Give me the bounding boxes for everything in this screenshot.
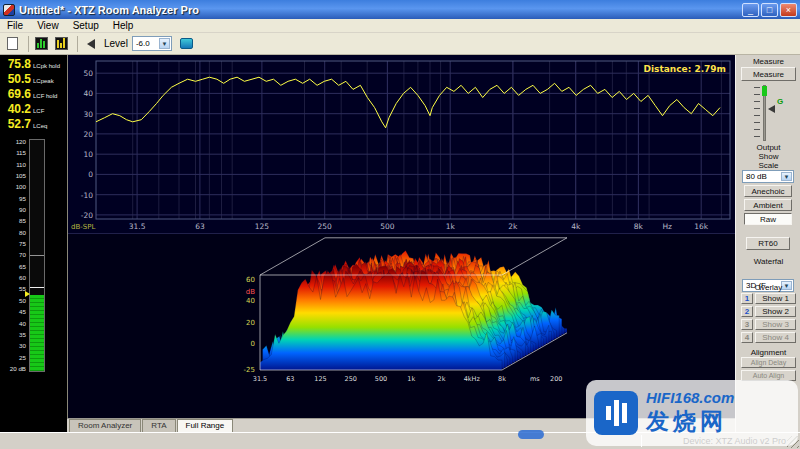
svg-text:250: 250: [345, 375, 357, 383]
level-select[interactable]: -6.0 ▼: [132, 36, 172, 51]
gain-letter: G: [777, 97, 783, 106]
scale-tick-label: 85: [4, 218, 26, 224]
overlay-show-button-4[interactable]: Show 4: [755, 332, 796, 343]
svg-text:4kHz: 4kHz: [464, 375, 481, 383]
level-meter: 1201151101051009590858075706560555045403…: [4, 139, 64, 372]
slider-handle-icon[interactable]: [768, 105, 775, 113]
watermark-text: HIFI168.com 发烧网: [646, 389, 734, 437]
svg-text:dB-SPL: dB-SPL: [71, 223, 95, 231]
reading-label: LCF: [33, 108, 44, 114]
slider-ticks: [754, 87, 760, 139]
reading-value: 40.2: [1, 102, 31, 116]
reading-value: 69.6: [1, 87, 31, 101]
level-value: -6.0: [136, 39, 150, 48]
overlay-num-button-3[interactable]: 3: [741, 319, 753, 330]
minimize-button[interactable]: _: [742, 3, 759, 17]
toolbar-separator: [28, 36, 29, 52]
scale-select[interactable]: 80 dB ▼: [742, 170, 794, 183]
menu-bar: FileViewSetupHelp: [0, 19, 800, 33]
reading-value: 52.7: [1, 117, 31, 131]
overlay-num-button-2[interactable]: 2: [741, 306, 753, 317]
rt60-button[interactable]: RT60: [746, 237, 790, 250]
menu-file[interactable]: File: [0, 19, 30, 33]
maximize-button[interactable]: □: [761, 3, 778, 17]
overlay-show-button-3[interactable]: Show 3: [755, 319, 796, 330]
tab-room-analyzer[interactable]: Room Analyzer: [69, 419, 141, 432]
scale-tick-label: 65: [4, 264, 26, 270]
meter-reading: 75.8LCpk hold: [0, 57, 67, 72]
scale-tick-label: 100: [4, 184, 26, 190]
overlay-show-button-2[interactable]: Show 2: [755, 306, 796, 317]
svg-text:63: 63: [195, 222, 205, 231]
device-monitor-icon[interactable]: [178, 35, 195, 52]
svg-text:250: 250: [318, 222, 333, 231]
align-delay-button[interactable]: Align Delay: [741, 357, 796, 368]
new-document-icon[interactable]: [4, 35, 21, 52]
rta-meter-icon[interactable]: [33, 35, 50, 52]
scale-tick-label: 120: [4, 139, 26, 145]
spl-meter-icon[interactable]: [53, 35, 70, 52]
scale-tick-label: 30: [4, 343, 26, 349]
scale-tick-label: 95: [4, 196, 26, 202]
svg-text:8k: 8k: [498, 375, 506, 383]
svg-text:10: 10: [83, 150, 93, 159]
measure-label: Measure: [736, 57, 800, 66]
tab-rta[interactable]: RTA: [142, 419, 175, 432]
scale-tick-label: 40: [4, 321, 26, 327]
svg-text:4k: 4k: [571, 222, 581, 231]
measure-button[interactable]: Measure: [741, 67, 796, 81]
svg-text:60: 60: [246, 276, 255, 284]
menu-view[interactable]: View: [30, 19, 66, 33]
svg-text:20: 20: [246, 319, 255, 327]
svg-text:50: 50: [83, 69, 93, 78]
svg-text:0: 0: [88, 170, 93, 179]
svg-text:-25: -25: [244, 366, 255, 374]
menu-setup[interactable]: Setup: [66, 19, 106, 33]
scale-tick-label: 45: [4, 309, 26, 315]
svg-text:Distance: 2.79m: Distance: 2.79m: [644, 64, 726, 74]
scale-tick-label: 70: [4, 252, 26, 258]
reading-label: LCpeak: [33, 78, 54, 84]
svg-text:500: 500: [375, 375, 387, 383]
svg-text:40: 40: [246, 297, 255, 305]
rta-chart[interactable]: 31.5631252505001k2k4k8k16k50403020100-10…: [68, 55, 736, 233]
window-title: Untitled* - XTZ Room Analyzer Pro: [19, 4, 740, 16]
svg-text:31.5: 31.5: [129, 222, 146, 231]
overlay-num-button-1[interactable]: 1: [741, 293, 753, 304]
scale-tick-label: 80: [4, 230, 26, 236]
meter-bar: [29, 139, 45, 372]
meter-panel: 75.8LCpk hold50.5LCpeak69.6LCF hold40.2L…: [0, 55, 67, 432]
overlay-row-2: 2Show 2: [741, 306, 796, 318]
scale-tick-label: 75: [4, 241, 26, 247]
overlay-num-button-4[interactable]: 4: [741, 332, 753, 343]
scale-tick-label: 105: [4, 173, 26, 179]
tab-full-range[interactable]: Full Range: [177, 419, 234, 432]
chevron-down-icon[interactable]: ▼: [781, 172, 792, 181]
svg-text:125: 125: [255, 222, 270, 231]
scale-tick-label: 35: [4, 332, 26, 338]
overlay-row-4: 4Show 4: [741, 332, 796, 344]
output-label: Output: [736, 143, 800, 152]
menu-help[interactable]: Help: [106, 19, 141, 33]
svg-text:Hz: Hz: [662, 222, 672, 231]
mode-button-anechoic[interactable]: Anechoic: [744, 185, 792, 197]
watermark-site: HIFI168.com: [646, 389, 734, 406]
meter-scale: 1201151101051009590858075706560555045403…: [4, 139, 26, 372]
scale-tick-label: 50: [4, 298, 26, 304]
overlay-label: Overlay: [736, 283, 800, 292]
overlay-show-button-1[interactable]: Show 1: [755, 293, 796, 304]
scale-value: 80 dB: [746, 172, 767, 181]
output-level-slider[interactable]: G: [754, 85, 784, 141]
alignment-label: Alignment: [736, 348, 800, 357]
slider-signal-led: [762, 86, 767, 96]
svg-text:ms: ms: [530, 375, 540, 383]
mode-button-raw[interactable]: Raw: [744, 213, 792, 225]
mode-button-ambient[interactable]: Ambient: [744, 199, 792, 211]
svg-text:2k: 2k: [438, 375, 446, 383]
title-bar[interactable]: Untitled* - XTZ Room Analyzer Pro _ □ ×: [0, 0, 800, 19]
peak-hold-line: [30, 287, 44, 288]
app-window: Untitled* - XTZ Room Analyzer Pro _ □ × …: [0, 0, 800, 449]
chevron-down-icon[interactable]: ▼: [159, 38, 170, 49]
speaker-icon: [82, 35, 99, 52]
close-button[interactable]: ×: [780, 3, 797, 17]
